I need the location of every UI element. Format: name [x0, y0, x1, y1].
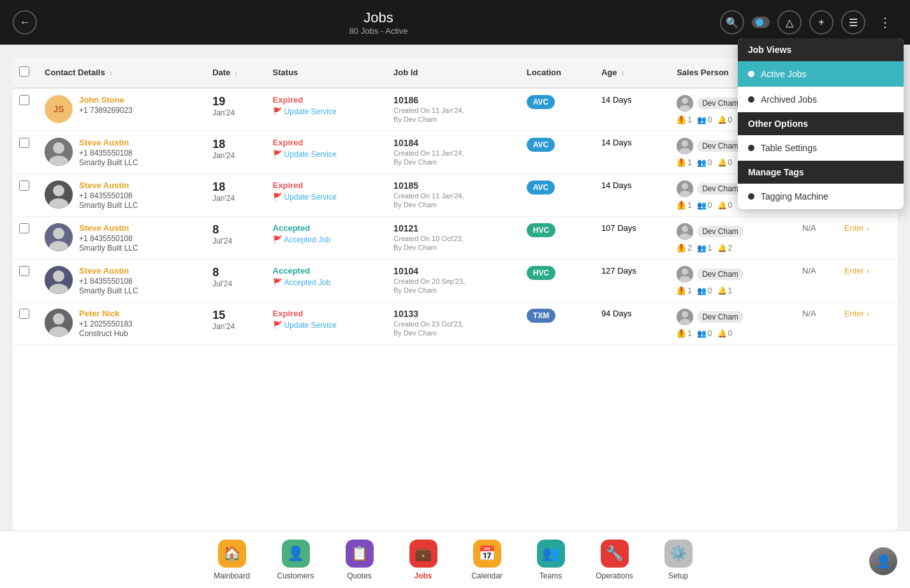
contact-info-1: Steve Austin +1 8435550108 Smartly Built…: [79, 138, 138, 167]
action-link-2[interactable]: 🚩 Update Service: [273, 193, 381, 202]
contact-name-0[interactable]: John Stone: [79, 95, 133, 105]
contact-info-3: Steve Austin +1 8435550108 Smartly Built…: [79, 223, 138, 253]
action-link-3[interactable]: 🚩 Accepted Job: [273, 235, 381, 244]
contact-phone-4: +1 8435550108: [79, 277, 138, 286]
td-age-0: 14 Days: [595, 88, 670, 131]
nav-item-teams[interactable]: 👥 Teams: [519, 533, 583, 587]
action-link-5[interactable]: 🚩 Update Service: [273, 321, 381, 330]
teams-label: Teams: [539, 571, 562, 580]
td-date-5: 15 Jan'24: [206, 302, 266, 345]
contact-name-1[interactable]: Steve Austin: [79, 138, 138, 147]
th-location[interactable]: Location: [520, 57, 595, 88]
nav-item-quotes[interactable]: 📋 Quotes: [328, 533, 392, 587]
icon-count-1-4: 1: [687, 286, 692, 295]
action-link-4[interactable]: 🚩 Accepted Job: [273, 278, 381, 287]
td-status-4: Accepted 🚩 Accepted Job: [267, 260, 388, 302]
td-job-id-4: 10104 Created On 20 Sep'23, By Dev Cham: [387, 260, 520, 302]
svg-point-28: [53, 313, 64, 325]
nav-item-calendar[interactable]: 📅 Calendar: [455, 533, 519, 587]
contact-name-3[interactable]: Steve Austin: [79, 223, 138, 233]
td-location-3: HVC: [520, 217, 595, 260]
th-status[interactable]: Status: [267, 57, 388, 88]
jobs-icon: 💼: [409, 540, 437, 568]
enter-button-4[interactable]: Enter ›: [844, 266, 869, 276]
menu-item-table-settings[interactable]: Table Settings: [738, 135, 904, 161]
bell-icon-3: 🔔: [717, 244, 727, 253]
people-icon-3: 👥: [697, 244, 707, 253]
filter-button[interactable]: △: [777, 10, 802, 34]
row-checkbox-1[interactable]: [19, 138, 29, 148]
date-num-4: 8: [212, 266, 260, 279]
icon-group-2-3: 👥 1: [697, 244, 712, 253]
contact-phone-3: +1 8435550108: [79, 234, 138, 243]
nav-item-mainboard[interactable]: 🏠 Mainboard: [200, 533, 264, 587]
icon-group-2-1: 👥 0: [697, 158, 712, 167]
job-id-main-3: 10121: [393, 223, 514, 233]
back-button[interactable]: ←: [13, 10, 37, 34]
sales-avatar-3: [677, 223, 693, 240]
mainboard-label: Mainboard: [214, 571, 250, 580]
contact-phone-1: +1 8435550108: [79, 149, 138, 158]
svg-point-7: [682, 140, 688, 147]
row-checkbox-0[interactable]: [19, 95, 29, 105]
contact-name-4[interactable]: Steve Austin: [79, 266, 138, 276]
add-button[interactable]: +: [809, 10, 833, 34]
td-enter-5: Enter ›: [838, 302, 897, 345]
job-id-by-4: By Dev Cham: [393, 286, 514, 294]
location-badge-4: HVC: [527, 266, 555, 280]
contact-cell-0: JS John Stone +1 7389269023: [45, 95, 200, 123]
row-checkbox-2[interactable]: [19, 180, 29, 191]
td-contact-4: Steve Austin +1 8435550108 Smartly Built…: [38, 260, 206, 302]
profile-avatar[interactable]: 👤: [869, 547, 897, 575]
row-checkbox-3[interactable]: [19, 223, 29, 233]
action-text-4: Accepted Job: [284, 278, 331, 287]
bell-icon-2: 🔔: [717, 201, 727, 210]
contact-cell-2: Steve Austin +1 8435550108 Smartly Built…: [45, 180, 200, 210]
list-button[interactable]: ☰: [841, 10, 865, 34]
enter-button-5[interactable]: Enter ›: [844, 309, 869, 318]
nav-item-jobs[interactable]: 💼 Jobs: [392, 533, 455, 587]
date-num-3: 8: [212, 223, 260, 237]
th-contact-details[interactable]: Contact Details ↕: [38, 57, 206, 88]
action-link-1[interactable]: 🚩 Update Service: [273, 150, 381, 159]
th-date[interactable]: Date ↕: [206, 57, 266, 88]
select-all-checkbox[interactable]: [19, 66, 29, 77]
icon-count-3-2: 0: [728, 201, 733, 210]
menu-item-active-jobs[interactable]: Active Jobs: [738, 61, 904, 87]
td-checkbox-5: [13, 302, 38, 345]
action-link-0[interactable]: 🚩 Update Service: [273, 107, 381, 116]
sales-cell-5: Dev Cham 🦺 1 👥 0 🔔 0: [677, 309, 789, 338]
th-age[interactable]: Age ↕: [595, 57, 670, 88]
search-button[interactable]: 🔍: [720, 10, 744, 34]
table-settings-label: Table Settings: [761, 143, 817, 153]
menu-item-tagging-machine[interactable]: Tagging Machine: [738, 184, 904, 209]
row-checkbox-5[interactable]: [19, 309, 29, 319]
avatar-photo-1: [45, 138, 73, 166]
td-sales-4: Dev Cham 🦺 1 👥 0 🔔 1: [670, 260, 796, 302]
toggle-bar[interactable]: [752, 17, 770, 28]
td-status-5: Expired 🚩 Update Service: [267, 302, 388, 345]
enter-button-3[interactable]: Enter ›: [844, 223, 869, 233]
nav-item-operations[interactable]: 🔧 Operations: [583, 533, 647, 587]
th-job-id[interactable]: Job Id: [387, 57, 520, 88]
contact-name-2[interactable]: Steve Austin: [79, 180, 138, 190]
th-contact-label: Contact Details: [45, 68, 105, 77]
icon-group-3-0: 🔔 0: [717, 115, 733, 124]
jobs-label: Jobs: [414, 571, 432, 580]
menu-item-archived-jobs[interactable]: Archived Jobs: [738, 87, 904, 112]
contact-cell-5: Peter Nick +1 2025550183 Construct Hub: [45, 309, 200, 338]
people-icon-4: 👥: [697, 286, 707, 295]
row-checkbox-4[interactable]: [19, 266, 29, 276]
date-month-0: Jan'24: [212, 108, 260, 117]
th-status-label: Status: [273, 68, 298, 77]
svg-point-4: [53, 142, 64, 154]
date-num-1: 18: [212, 138, 260, 151]
more-button[interactable]: ⋮: [873, 10, 897, 34]
job-id-by-1: By Dev Cham: [393, 158, 514, 166]
more-icon: ⋮: [879, 15, 892, 30]
contact-cell-4: Steve Austin +1 8435550108 Smartly Built…: [45, 266, 200, 295]
contact-name-5[interactable]: Peter Nick: [79, 309, 133, 318]
nav-item-setup[interactable]: ⚙️ Setup: [647, 533, 710, 587]
svg-point-31: [682, 311, 688, 318]
nav-item-customers[interactable]: 👤 Customers: [264, 533, 328, 587]
